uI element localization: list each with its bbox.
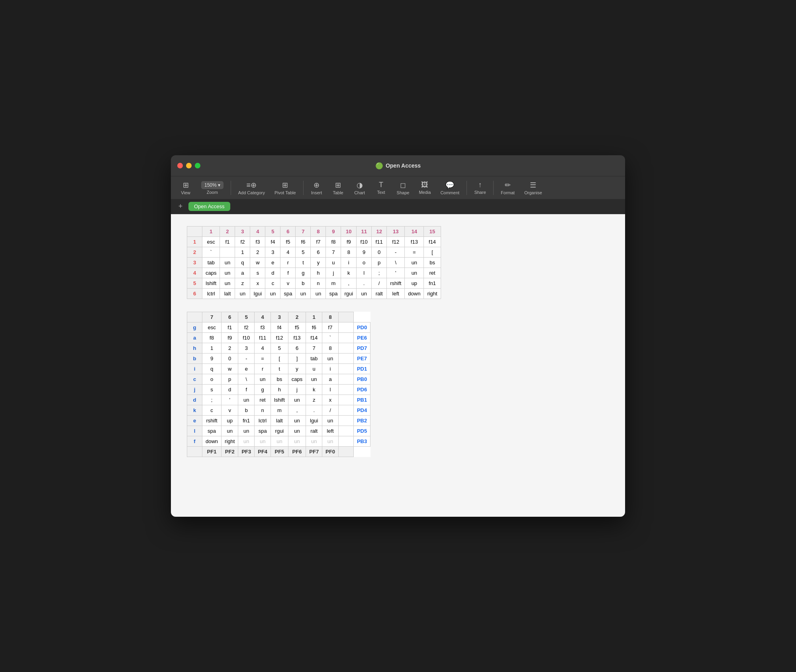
table-cell[interactable]: f13 — [288, 333, 306, 343]
table-cell[interactable]: lgui — [306, 416, 322, 426]
table-cell[interactable]: lshift — [202, 278, 220, 289]
table-cell[interactable]: un — [238, 436, 255, 447]
table-cell[interactable]: un — [405, 268, 424, 278]
table-cell[interactable]: 9 — [357, 247, 372, 258]
table-cell[interactable]: u — [326, 258, 341, 268]
table-cell[interactable]: left — [387, 289, 405, 299]
toolbar-shape[interactable]: ◻ Shape — [393, 179, 414, 197]
table-cell[interactable]: 0 — [372, 247, 387, 258]
table-cell[interactable]: rgui — [341, 289, 357, 299]
table-cell[interactable]: ' — [387, 268, 405, 278]
table-cell[interactable]: un — [222, 426, 238, 436]
table-cell[interactable]: w — [250, 258, 265, 268]
table-cell[interactable]: c — [202, 405, 222, 416]
table-cell[interactable]: bs — [271, 374, 288, 385]
table-cell[interactable]: down — [202, 436, 222, 447]
table-cell[interactable] — [338, 374, 353, 385]
table-cell[interactable] — [220, 247, 235, 258]
table-cell[interactable]: e — [265, 258, 280, 268]
table-cell[interactable]: esc — [202, 237, 220, 247]
table-cell[interactable]: un — [322, 354, 339, 364]
table-cell[interactable]: h — [271, 385, 288, 395]
table-cell[interactable]: c — [265, 278, 280, 289]
toolbar-view[interactable]: ⊞ View — [176, 179, 196, 197]
table-cell[interactable]: ` — [322, 333, 339, 343]
table-cell[interactable]: caps — [202, 268, 220, 278]
table-cell[interactable]: f2 — [235, 237, 250, 247]
table-cell[interactable]: q — [235, 258, 250, 268]
table-cell[interactable]: spa — [280, 289, 296, 299]
table-cell[interactable]: esc — [202, 322, 222, 333]
table-cell[interactable]: j — [288, 385, 306, 395]
table-cell[interactable]: d — [265, 268, 280, 278]
table-cell[interactable]: t — [296, 258, 311, 268]
table-cell[interactable] — [338, 322, 353, 333]
table-cell[interactable]: ' — [222, 395, 238, 405]
table-cell[interactable]: v — [222, 405, 238, 416]
table-cell[interactable]: f10 — [357, 237, 372, 247]
table-cell[interactable]: f8 — [326, 237, 341, 247]
toolbar-media[interactable]: 🖼 Media — [415, 179, 435, 196]
table-cell[interactable]: f6 — [306, 322, 322, 333]
table-cell[interactable]: f2 — [238, 322, 255, 333]
table-cell[interactable]: f9 — [341, 237, 357, 247]
table-cell[interactable]: i — [322, 364, 339, 374]
toolbar-share[interactable]: ↑ Share — [470, 179, 490, 196]
table-cell[interactable]: ` — [202, 247, 220, 258]
fullscreen-button[interactable] — [195, 163, 200, 168]
table-cell[interactable]: lalt — [220, 289, 235, 299]
table-cell[interactable]: un — [322, 416, 339, 426]
toolbar-chart[interactable]: ◑ Chart — [350, 179, 370, 197]
table-cell[interactable]: f4 — [271, 322, 288, 333]
table-cell[interactable]: 5 — [271, 343, 288, 354]
table-cell[interactable]: l — [357, 268, 372, 278]
table-cell[interactable]: rshift — [387, 278, 405, 289]
table-cell[interactable]: 1 — [202, 343, 222, 354]
table-cell[interactable]: un — [220, 268, 235, 278]
table-cell[interactable]: \ — [238, 374, 255, 385]
table-cell[interactable]: k — [341, 268, 357, 278]
table-cell[interactable]: un — [306, 374, 322, 385]
table-cell[interactable]: lctrl — [202, 289, 220, 299]
table-cell[interactable]: u — [306, 364, 322, 374]
table-cell[interactable]: p — [222, 374, 238, 385]
table-cell[interactable]: un — [288, 416, 306, 426]
table-cell[interactable]: 0 — [222, 354, 238, 364]
table-cell[interactable]: rshift — [202, 416, 222, 426]
table-cell[interactable]: f10 — [238, 333, 255, 343]
close-button[interactable] — [177, 163, 183, 168]
table-cell[interactable]: i — [341, 258, 357, 268]
table-cell[interactable]: e — [238, 364, 255, 374]
table-cell[interactable]: 2 — [250, 247, 265, 258]
table-cell[interactable]: [ — [271, 354, 288, 364]
table-cell[interactable]: down — [405, 289, 424, 299]
table-cell[interactable]: un — [220, 258, 235, 268]
table-cell[interactable]: un — [235, 289, 250, 299]
table-cell[interactable]: f1 — [222, 322, 238, 333]
table-cell[interactable]: b — [296, 278, 311, 289]
table-cell[interactable]: f12 — [387, 237, 405, 247]
table-cell[interactable]: 9 — [202, 354, 222, 364]
table-cell[interactable]: y — [288, 364, 306, 374]
table-cell[interactable] — [338, 385, 353, 395]
table-cell[interactable]: f11 — [372, 237, 387, 247]
table-cell[interactable]: q — [202, 364, 222, 374]
table-cell[interactable]: un — [220, 278, 235, 289]
table-cell[interactable]: f5 — [280, 237, 296, 247]
table-cell[interactable]: ; — [372, 268, 387, 278]
table-cell[interactable]: x — [250, 278, 265, 289]
table-cell[interactable]: , — [288, 405, 306, 416]
table-cell[interactable]: a — [322, 374, 339, 385]
table-cell[interactable]: tab — [306, 354, 322, 364]
table-cell[interactable]: f3 — [255, 322, 271, 333]
table-cell[interactable]: f — [238, 385, 255, 395]
table-cell[interactable]: n — [255, 405, 271, 416]
table-cell[interactable]: / — [372, 278, 387, 289]
table-cell[interactable]: spa — [202, 426, 222, 436]
table-cell[interactable]: f14 — [424, 237, 441, 247]
table-cell[interactable] — [338, 426, 353, 436]
table-cell[interactable]: tab — [202, 258, 220, 268]
table-cell[interactable]: fn1 — [238, 416, 255, 426]
table-cell[interactable]: [ — [424, 247, 441, 258]
table-cell[interactable]: ret — [255, 395, 271, 405]
